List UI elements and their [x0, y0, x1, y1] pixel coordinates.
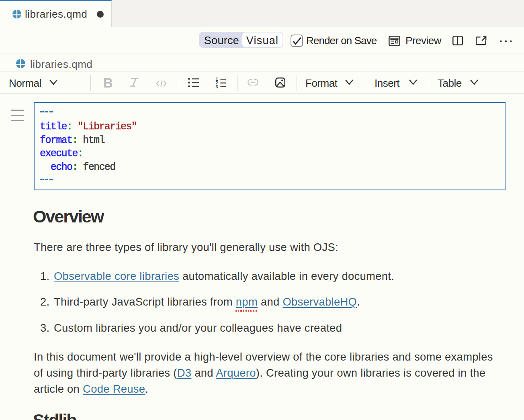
svg-text:3: 3 [216, 84, 218, 88]
